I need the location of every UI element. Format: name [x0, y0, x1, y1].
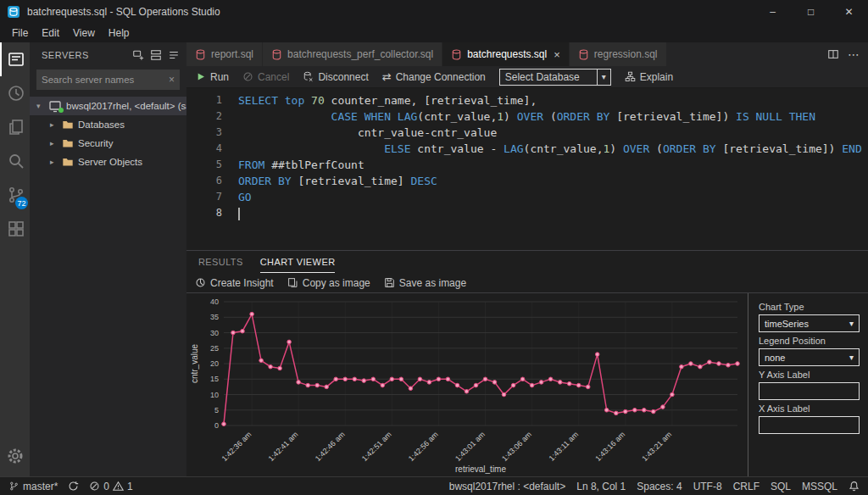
- code-editor[interactable]: 1SELECT top 70 counter_name, [retrieval_…: [186, 88, 868, 250]
- activity-explorer[interactable]: [0, 110, 30, 144]
- tree-item-server-objects[interactable]: ▸ Server Objects: [30, 153, 186, 171]
- activity-source-control[interactable]: 72: [0, 178, 30, 212]
- activity-servers[interactable]: [0, 42, 30, 76]
- explain-button[interactable]: Explain: [625, 71, 673, 83]
- chevron-right-icon[interactable]: ▸: [50, 139, 58, 147]
- code-line: 4 ELSE cntr_value - LAG(cntr_value,1) OV…: [186, 141, 868, 157]
- create-insight-button[interactable]: Create Insight: [195, 277, 274, 289]
- tab-chart-viewer[interactable]: CHART VIEWER: [260, 251, 336, 273]
- run-button[interactable]: Run: [195, 71, 229, 83]
- maximize-button[interactable]: □: [792, 0, 830, 24]
- y-axis-label-input[interactable]: [759, 382, 860, 400]
- close-button[interactable]: ✕: [830, 0, 868, 24]
- explorer-icon: [6, 117, 26, 137]
- chart-type-label: Chart Type: [759, 302, 860, 312]
- minimize-button[interactable]: –: [754, 0, 792, 24]
- server-tree: ▾ bwsql2017rhel, <default> (sa) ▸ Databa…: [30, 97, 186, 476]
- editor-tab-batchrequests[interactable]: batchrequests.sql ×: [442, 42, 570, 66]
- split-editor-icon[interactable]: [827, 48, 839, 60]
- svg-text:1:43:16 am: 1:43:16 am: [593, 430, 626, 463]
- editor-tab-regression[interactable]: regression.sql: [570, 42, 667, 66]
- more-actions-icon[interactable]: ⋯: [848, 47, 860, 61]
- run-icon: [195, 71, 206, 82]
- tree-item-databases[interactable]: ▸ Databases: [30, 115, 186, 134]
- chart-options-panel: Chart Type timeSeries ▾ Legend Position …: [748, 293, 868, 476]
- chevron-right-icon[interactable]: ▸: [50, 120, 58, 129]
- save-as-image-label: Save as image: [399, 277, 466, 289]
- disconnect-button[interactable]: Disconnect: [303, 71, 368, 83]
- tab-results[interactable]: RESULTS: [198, 251, 243, 273]
- svg-text:35: 35: [210, 313, 219, 321]
- disconnect-label: Disconnect: [318, 71, 368, 83]
- svg-text:1:42:51 am: 1:42:51 am: [360, 430, 393, 463]
- database-dropdown-value: Select Database: [505, 71, 580, 83]
- notifications-bell[interactable]: [849, 481, 860, 492]
- activity-search[interactable]: [0, 144, 30, 178]
- connected-status-dot: [58, 108, 64, 113]
- settings-gear[interactable]: [5, 446, 25, 470]
- chevron-down-icon[interactable]: ▾: [36, 102, 44, 110]
- warning-count: 1: [127, 481, 133, 492]
- cancel-button[interactable]: Cancel: [242, 71, 289, 83]
- provider-status[interactable]: MSSQL: [802, 481, 837, 492]
- change-connection-button[interactable]: ⇄ Change Connection: [382, 70, 486, 83]
- server-search-input[interactable]: [42, 75, 169, 85]
- y-axis-label-label: Y Axis Label: [759, 370, 860, 380]
- panel-tab-bar: RESULTS CHART VIEWER: [186, 251, 868, 273]
- folder-icon: [62, 156, 74, 168]
- menu-help[interactable]: Help: [102, 27, 136, 39]
- active-connections-icon[interactable]: [168, 49, 180, 61]
- activity-bar: 72: [0, 42, 30, 476]
- results-panel: RESULTS CHART VIEWER Create Insight Copy…: [186, 250, 868, 476]
- folder-icon: [62, 137, 74, 149]
- branch-label: master*: [23, 481, 58, 492]
- editor-tab-batchrequests-perf-collector[interactable]: batchrequests_perf_collector.sql: [263, 42, 442, 66]
- copy-as-image-button[interactable]: Copy as image: [287, 277, 370, 289]
- menu-view[interactable]: View: [66, 27, 102, 39]
- editor-actions: ⋯: [819, 42, 868, 66]
- connection-status[interactable]: bwsql2017rhel : <default>: [449, 481, 565, 492]
- chevron-right-icon[interactable]: ▸: [50, 158, 58, 166]
- svg-text:25: 25: [210, 344, 219, 353]
- cursor-position[interactable]: Ln 8, Col 1: [576, 481, 626, 492]
- tree-item-security[interactable]: ▸ Security: [30, 134, 186, 153]
- server-icon: [48, 99, 62, 113]
- legend-position-dropdown[interactable]: none ▾: [759, 348, 860, 366]
- timeseries-chart: 05101520253035401:42:36 am1:42:41 am1:42…: [190, 295, 746, 475]
- editor-tab-bar: report.sql batchrequests_perf_collector.…: [186, 42, 868, 66]
- language-mode[interactable]: SQL: [771, 481, 791, 492]
- git-branch-status[interactable]: master*: [8, 481, 58, 492]
- database-dropdown[interactable]: Select Database ▾: [499, 69, 611, 86]
- x-axis-label-input[interactable]: [759, 416, 860, 434]
- activity-task-history[interactable]: [0, 76, 30, 110]
- chevron-down-icon: ▾: [849, 319, 854, 328]
- problems-status[interactable]: 0 1: [89, 481, 132, 492]
- save-as-image-button[interactable]: Save as image: [384, 277, 466, 289]
- svg-text:1:43:11 am: 1:43:11 am: [548, 430, 580, 462]
- new-server-group-icon[interactable]: [150, 49, 162, 61]
- tree-item-label: Databases: [78, 120, 125, 130]
- tree-item-server[interactable]: ▾ bwsql2017rhel, <default> (sa): [30, 97, 186, 115]
- eol-status[interactable]: CRLF: [733, 481, 760, 492]
- svg-text:1:42:46 am: 1:42:46 am: [314, 430, 347, 463]
- activity-extensions[interactable]: [0, 212, 30, 246]
- menu-file[interactable]: File: [5, 27, 35, 39]
- app-icon: [7, 5, 20, 19]
- task-history-icon: [6, 83, 26, 103]
- extensions-icon: [6, 219, 26, 239]
- encoding-status[interactable]: UTF-8: [693, 481, 722, 492]
- source-control-badge: 72: [15, 197, 28, 209]
- indentation-status[interactable]: Spaces: 4: [637, 481, 682, 492]
- new-connection-icon[interactable]: [132, 49, 144, 61]
- clear-search-icon[interactable]: ×: [169, 74, 175, 86]
- warning-icon: [113, 481, 124, 492]
- close-tab-icon[interactable]: ×: [554, 48, 560, 61]
- change-connection-label: Change Connection: [396, 71, 486, 83]
- explain-label: Explain: [640, 71, 673, 83]
- menu-edit[interactable]: Edit: [35, 27, 66, 39]
- chart-type-dropdown[interactable]: timeSeries ▾: [759, 314, 860, 332]
- menu-bar: File Edit View Help: [0, 24, 868, 42]
- editor-tab-report[interactable]: report.sql: [186, 42, 263, 66]
- sync-status[interactable]: [68, 481, 79, 492]
- tree-item-label: Security: [78, 138, 114, 148]
